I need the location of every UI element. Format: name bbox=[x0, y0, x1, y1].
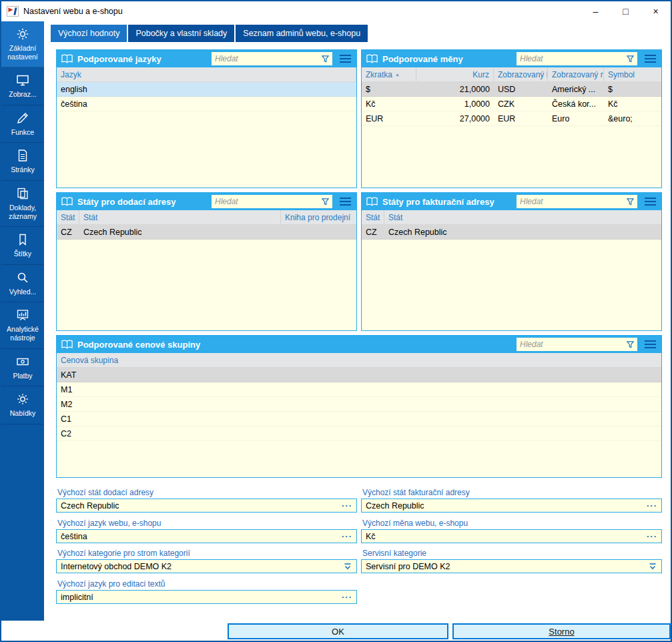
default-shipping-state-input[interactable]: Czech Republic ··· bbox=[56, 499, 357, 513]
table-row[interactable]: EUR 27,0000 EUR Euro &euro; bbox=[362, 111, 661, 126]
field-default-shipping-state: Výchozí stát dodací adresy Czech Republi… bbox=[56, 488, 357, 513]
panel-supported-languages: Podporované jazyky Hledat Jazyk english … bbox=[56, 49, 357, 188]
sidebar-item-zakladni-nastaveni[interactable]: Základní nastavení bbox=[1, 21, 44, 67]
column-header[interactable]: Kurz bbox=[416, 67, 494, 81]
hamburger-menu-icon[interactable] bbox=[641, 195, 659, 208]
table-header: Jazyk bbox=[57, 67, 356, 82]
field-default-billing-state: Výchozí stát fakturační adresy Czech Rep… bbox=[361, 488, 662, 513]
search-input[interactable]: Hledat bbox=[212, 52, 332, 65]
sidebar-item-vyhledavani[interactable]: Vyhled... bbox=[1, 265, 44, 303]
table-row[interactable]: english bbox=[57, 82, 356, 97]
default-billing-state-input[interactable]: Czech Republic ··· bbox=[361, 499, 662, 513]
search-input[interactable]: Hledat bbox=[517, 52, 637, 65]
column-header[interactable]: Stát bbox=[384, 210, 661, 224]
table-header: Zkratka▲ Kurz Zobrazovaný k Zobrazovaný … bbox=[362, 67, 661, 82]
cell-zobrazovany-nazev: Česká kor... bbox=[548, 97, 604, 111]
field-value: Internetový obchod DEMO K2 bbox=[61, 562, 343, 571]
filter-icon[interactable] bbox=[322, 198, 329, 206]
table-row[interactable]: M2 bbox=[57, 397, 661, 412]
cell-cenova-skupina: C2 bbox=[57, 426, 661, 440]
sidebar-item-stranky[interactable]: Stránky bbox=[1, 143, 44, 181]
cell-zobrazovany-kod: CZK bbox=[494, 97, 548, 111]
search-input[interactable]: Hledat bbox=[212, 195, 332, 208]
filter-icon[interactable] bbox=[627, 55, 634, 63]
table-row[interactable]: C2 bbox=[57, 426, 661, 441]
column-header[interactable]: Jazyk bbox=[57, 67, 356, 81]
sidebar-item-zobrazeni[interactable]: Zobraz... bbox=[1, 67, 44, 105]
table-row[interactable]: C1 bbox=[57, 412, 661, 426]
field-label: Výchozí jazyk pro editaci textů bbox=[56, 579, 357, 589]
ellipsis-icon[interactable]: ··· bbox=[342, 592, 352, 602]
bookmark-icon bbox=[16, 233, 29, 246]
hamburger-menu-icon[interactable] bbox=[336, 52, 354, 65]
minimize-button[interactable]: – bbox=[581, 1, 611, 21]
ellipsis-icon[interactable]: ··· bbox=[647, 531, 657, 541]
sidebar-item-analyticke-nastroje[interactable]: Analytické nástroje bbox=[1, 302, 44, 348]
search-input[interactable]: Hledat bbox=[517, 338, 637, 351]
column-header[interactable]: Stát bbox=[57, 210, 79, 224]
book-icon bbox=[366, 53, 378, 64]
sidebar-item-label: Doklady, záznamy bbox=[3, 204, 43, 220]
ok-button[interactable]: OK bbox=[228, 623, 448, 639]
column-header[interactable]: Zobrazovaný k bbox=[494, 67, 548, 81]
cell-zobrazovany-kod: EUR bbox=[494, 111, 548, 125]
table-row[interactable]: CZ Czech Republic bbox=[362, 225, 661, 240]
column-header[interactable]: Zobrazovaný n bbox=[548, 67, 604, 81]
default-currency-input[interactable]: Kč ··· bbox=[361, 529, 662, 543]
sidebar-item-platby[interactable]: Platby bbox=[1, 349, 44, 387]
cell-cenova-skupina: KAT bbox=[57, 368, 661, 382]
sidebar-item-label: Zobraz... bbox=[9, 90, 36, 99]
ellipsis-icon[interactable]: ··· bbox=[342, 531, 352, 541]
filter-icon[interactable] bbox=[627, 341, 634, 348]
filter-icon[interactable] bbox=[322, 55, 329, 63]
default-category-tree-input[interactable]: Internetový obchod DEMO K2 bbox=[56, 559, 357, 573]
sort-asc-icon: ▲ bbox=[395, 72, 400, 77]
tab-vychozi-hodnoty[interactable]: Výchozí hodnoty bbox=[51, 25, 127, 42]
hamburger-menu-icon[interactable] bbox=[641, 338, 659, 351]
table-row[interactable]: M1 bbox=[57, 382, 661, 397]
column-header[interactable]: Kniha pro prodejní bbox=[281, 210, 356, 224]
tree-dropdown-icon[interactable] bbox=[648, 562, 657, 571]
sidebar-item-nabidky[interactable]: Nabídky bbox=[1, 386, 44, 424]
sidebar-item-doklady-zaznamy[interactable]: Doklady, záznamy bbox=[1, 181, 44, 227]
pencil-icon bbox=[16, 111, 29, 125]
search-input[interactable]: Hledat bbox=[517, 195, 637, 208]
field-label: Výchozí stát dodací adresy bbox=[56, 488, 357, 497]
sidebar-item-label: Analytické nástroje bbox=[3, 325, 43, 342]
tab-pobocky-a-vlastni-sklady[interactable]: Pobočky a vlastní sklady bbox=[128, 25, 234, 42]
field-value: Czech Republic bbox=[61, 501, 342, 511]
search-placeholder: Hledat bbox=[520, 340, 627, 349]
storno-button[interactable]: Storno bbox=[452, 623, 671, 639]
cell-symbol: Kč bbox=[604, 97, 661, 111]
column-header[interactable]: Stát bbox=[79, 210, 281, 224]
ellipsis-icon[interactable]: ··· bbox=[342, 501, 352, 511]
sidebar-item-label: Funkce bbox=[11, 128, 34, 137]
filter-icon[interactable] bbox=[627, 198, 634, 206]
maximize-button[interactable]: □ bbox=[611, 1, 641, 21]
table-row[interactable]: CZ Czech Republic bbox=[57, 225, 356, 240]
column-header[interactable]: Stát bbox=[362, 210, 384, 224]
cell-zkratka: $ bbox=[362, 82, 416, 96]
sidebar-item-stitky[interactable]: Štítky bbox=[1, 227, 44, 265]
table-row[interactable]: Kč 1,0000 CZK Česká kor... Kč bbox=[362, 97, 661, 111]
cell-stat-code: CZ bbox=[362, 225, 384, 239]
sidebar-item-funkce[interactable]: Funkce bbox=[1, 105, 44, 143]
tree-dropdown-icon[interactable] bbox=[343, 562, 352, 571]
page-icon bbox=[16, 149, 29, 162]
table-row[interactable]: $ 21,0000 USD Americký ... $ bbox=[362, 82, 661, 97]
close-button[interactable]: × bbox=[641, 1, 671, 21]
panel-header: Podporované jazyky Hledat bbox=[57, 50, 356, 67]
table-row[interactable]: čeština bbox=[57, 97, 356, 111]
table-row[interactable]: KAT bbox=[57, 368, 661, 382]
column-header[interactable]: Symbol bbox=[604, 67, 661, 81]
ellipsis-icon[interactable]: ··· bbox=[647, 501, 657, 511]
column-header[interactable]: Zkratka▲ bbox=[362, 67, 416, 81]
hamburger-menu-icon[interactable] bbox=[336, 195, 354, 208]
default-language-input[interactable]: čeština ··· bbox=[56, 529, 357, 543]
service-category-input[interactable]: Servisní pro DEMO K2 bbox=[361, 559, 662, 573]
tab-seznam-adminu[interactable]: Seznam adminů webu, e-shopu bbox=[236, 25, 368, 42]
default-edit-language-input[interactable]: implicitní ··· bbox=[56, 590, 357, 604]
hamburger-menu-icon[interactable] bbox=[641, 52, 659, 65]
panel-title: Podporované cenové skupiny bbox=[77, 340, 200, 350]
column-header[interactable]: Cenová skupina bbox=[57, 353, 661, 367]
